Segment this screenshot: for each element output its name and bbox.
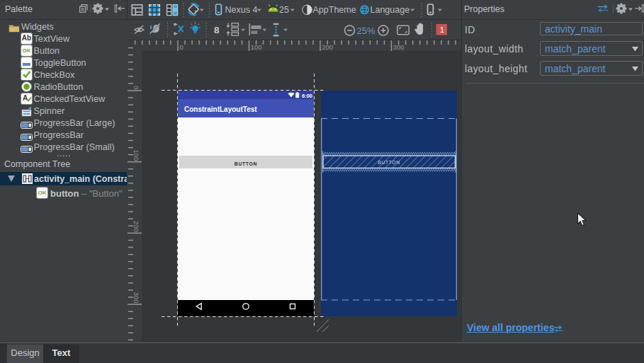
svg-text:0: 0 bbox=[132, 86, 140, 89]
svg-text:Language: Language bbox=[371, 5, 410, 15]
svg-text:AppTheme: AppTheme bbox=[313, 5, 356, 15]
svg-text:300: 300 bbox=[393, 43, 405, 51]
svg-text:200: 200 bbox=[322, 43, 333, 51]
svg-text:0: 0 bbox=[180, 43, 183, 51]
svg-text:Nexus 4: Nexus 4 bbox=[225, 5, 258, 15]
svg-text:200: 200 bbox=[132, 221, 140, 232]
svg-text:1: 1 bbox=[440, 25, 444, 34]
svg-text:6:00: 6:00 bbox=[302, 93, 312, 99]
svg-text:100: 100 bbox=[251, 43, 262, 51]
svg-text:BUTTON: BUTTON bbox=[378, 160, 400, 165]
svg-text:100: 100 bbox=[132, 149, 140, 161]
svg-text:BUTTON: BUTTON bbox=[235, 161, 257, 166]
svg-text:8: 8 bbox=[214, 25, 220, 35]
svg-text:25%: 25% bbox=[357, 25, 375, 36]
svg-text:ConstraintLayoutTest: ConstraintLayoutTest bbox=[184, 105, 257, 113]
svg-text:25: 25 bbox=[279, 5, 289, 15]
svg-text:300: 300 bbox=[132, 292, 140, 304]
